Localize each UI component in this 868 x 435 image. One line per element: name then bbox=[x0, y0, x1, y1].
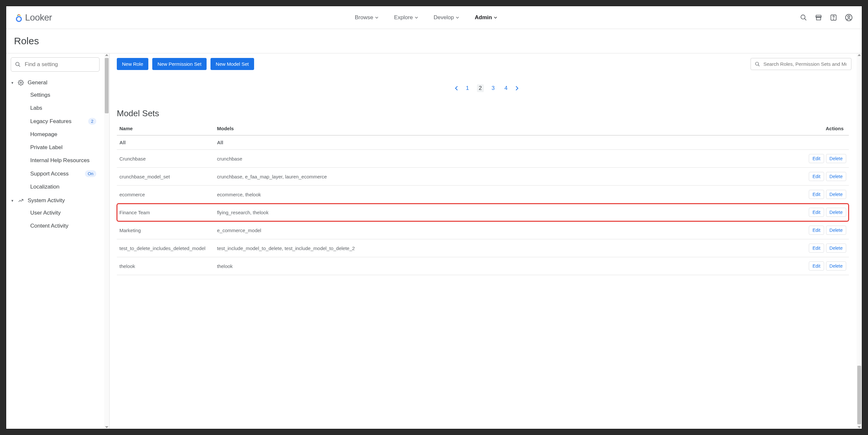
svg-line-11 bbox=[19, 65, 20, 67]
search-icon bbox=[755, 61, 760, 67]
delete-button[interactable]: Delete bbox=[826, 226, 846, 235]
help-icon[interactable] bbox=[830, 14, 837, 21]
cell-name[interactable]: crunchbase_model_set bbox=[117, 168, 214, 185]
delete-button[interactable]: Delete bbox=[826, 261, 846, 270]
chevron-right-icon bbox=[515, 86, 519, 91]
svg-line-14 bbox=[758, 65, 760, 66]
chevron-down-icon bbox=[456, 17, 459, 19]
pagination: 1 2 3 4 bbox=[117, 75, 857, 102]
table-row: test_to_delete_includes_deleted_modeltes… bbox=[117, 239, 849, 257]
table-row: Finance Teamflying_research, thelookEdit… bbox=[117, 203, 849, 222]
page-3[interactable]: 3 bbox=[490, 84, 496, 92]
sidebar-scrollbar[interactable] bbox=[104, 53, 109, 429]
sidebar-search[interactable] bbox=[11, 57, 99, 71]
delete-button[interactable]: Delete bbox=[826, 243, 846, 253]
looker-logo-icon bbox=[15, 13, 23, 22]
sidebar-item-user-activity[interactable]: User Activity bbox=[11, 206, 99, 220]
edit-button[interactable]: Edit bbox=[809, 261, 824, 270]
sidebar-container: ▼ General Settings Labs Legacy Features2… bbox=[6, 53, 110, 429]
sidebar-item-localization[interactable]: Localization bbox=[11, 180, 99, 194]
sidebar-item-homepage[interactable]: Homepage bbox=[11, 128, 99, 141]
svg-point-7 bbox=[833, 19, 834, 19]
delete-button[interactable]: Delete bbox=[826, 208, 846, 217]
cell-models: crunchbase, e_faa_map_layer, lauren_ecom… bbox=[214, 168, 797, 185]
svg-point-9 bbox=[848, 16, 850, 18]
cell-models: crunchbase bbox=[214, 150, 797, 168]
sidebar-item-private-label[interactable]: Private Label bbox=[11, 141, 99, 154]
cell-models: test_include_model_to_delete, test_inclu… bbox=[214, 239, 797, 257]
sidebar-group-header-general[interactable]: ▼ General bbox=[11, 77, 99, 89]
svg-point-4 bbox=[801, 14, 805, 19]
page-4[interactable]: 4 bbox=[502, 84, 509, 92]
cell-name[interactable]: ecommerce bbox=[117, 185, 214, 203]
topbar-actions bbox=[800, 14, 853, 22]
table-row: AllAll bbox=[117, 136, 849, 150]
sidebar-item-labs[interactable]: Labs bbox=[11, 102, 99, 115]
sidebar-item-support-access[interactable]: Support AccessOn bbox=[11, 167, 99, 180]
edit-button[interactable]: Edit bbox=[809, 226, 824, 235]
model-sets-table: Name Models Actions AllAllCrunchbasecrun… bbox=[117, 122, 849, 275]
new-permission-set-button[interactable]: New Permission Set bbox=[152, 58, 207, 70]
marketplace-icon[interactable] bbox=[815, 14, 822, 21]
cell-models: thelook bbox=[214, 257, 797, 275]
account-icon[interactable] bbox=[845, 14, 853, 22]
page-1[interactable]: 1 bbox=[464, 84, 471, 92]
new-model-set-button[interactable]: New Model Set bbox=[211, 58, 254, 70]
app-window: Looker Browse Explore Develop Admin bbox=[6, 6, 862, 429]
page-prev-button[interactable] bbox=[455, 86, 458, 91]
main-scrollbar[interactable] bbox=[857, 53, 862, 429]
edit-button[interactable]: Edit bbox=[809, 154, 824, 163]
cell-name[interactable]: thelook bbox=[117, 257, 214, 275]
svg-point-13 bbox=[755, 62, 759, 65]
delete-button[interactable]: Delete bbox=[826, 154, 846, 163]
cell-name[interactable]: Finance Team bbox=[117, 203, 214, 222]
edit-button[interactable]: Edit bbox=[809, 190, 824, 199]
activity-icon bbox=[18, 198, 24, 203]
scrollbar-thumb[interactable] bbox=[857, 366, 861, 424]
cell-name[interactable]: All bbox=[117, 136, 214, 150]
col-header-models[interactable]: Models bbox=[214, 122, 797, 136]
sidebar-group-header-system-activity[interactable]: ▼ System Activity bbox=[11, 195, 99, 206]
roles-search-input[interactable] bbox=[763, 61, 847, 67]
cell-actions: EditDelete bbox=[797, 150, 849, 168]
svg-line-5 bbox=[805, 18, 807, 20]
brand-name: Looker bbox=[25, 12, 52, 23]
page-2[interactable]: 2 bbox=[477, 84, 484, 92]
col-header-name[interactable]: Name bbox=[117, 122, 214, 136]
sidebar-group-system-activity: ▼ System Activity User Activity Content … bbox=[11, 195, 99, 232]
page-next-button[interactable] bbox=[515, 86, 519, 91]
delete-button[interactable]: Delete bbox=[826, 172, 846, 181]
sidebar-search-input[interactable] bbox=[24, 61, 95, 68]
sidebar-item-settings[interactable]: Settings bbox=[11, 89, 99, 102]
roles-search[interactable] bbox=[750, 58, 851, 70]
edit-button[interactable]: Edit bbox=[809, 243, 824, 253]
nav-explore[interactable]: Explore bbox=[394, 14, 418, 21]
chevron-down-icon bbox=[415, 17, 418, 19]
sidebar-group-general: ▼ General Settings Labs Legacy Features2… bbox=[11, 77, 99, 194]
nav-admin[interactable]: Admin bbox=[475, 14, 497, 21]
search-icon[interactable] bbox=[800, 14, 807, 21]
count-badge: 2 bbox=[88, 118, 96, 125]
edit-button[interactable]: Edit bbox=[809, 172, 824, 181]
delete-button[interactable]: Delete bbox=[826, 190, 846, 199]
brand-logo[interactable]: Looker bbox=[15, 12, 52, 23]
scrollbar-thumb[interactable] bbox=[105, 58, 108, 113]
new-role-button[interactable]: New Role bbox=[117, 58, 148, 70]
cell-name[interactable]: test_to_delete_includes_deleted_model bbox=[117, 239, 214, 257]
chevron-down-icon bbox=[375, 17, 378, 19]
sidebar-item-internal-help[interactable]: Internal Help Resources bbox=[11, 154, 99, 167]
cell-actions: EditDelete bbox=[797, 185, 849, 203]
sidebar: ▼ General Settings Labs Legacy Features2… bbox=[6, 53, 104, 429]
edit-button[interactable]: Edit bbox=[809, 208, 824, 217]
svg-point-0 bbox=[18, 14, 20, 15]
sidebar-item-content-activity[interactable]: Content Activity bbox=[11, 220, 99, 232]
page-title-bar: Roles bbox=[6, 29, 862, 53]
status-badge: On bbox=[85, 170, 96, 177]
sidebar-item-legacy-features[interactable]: Legacy Features2 bbox=[11, 115, 99, 128]
nav-develop[interactable]: Develop bbox=[434, 14, 459, 21]
cell-actions: EditDelete bbox=[797, 203, 849, 222]
cell-name[interactable]: Crunchbase bbox=[117, 150, 214, 168]
svg-point-3 bbox=[17, 16, 22, 21]
cell-name[interactable]: Marketing bbox=[117, 222, 214, 239]
nav-browse[interactable]: Browse bbox=[355, 14, 379, 21]
